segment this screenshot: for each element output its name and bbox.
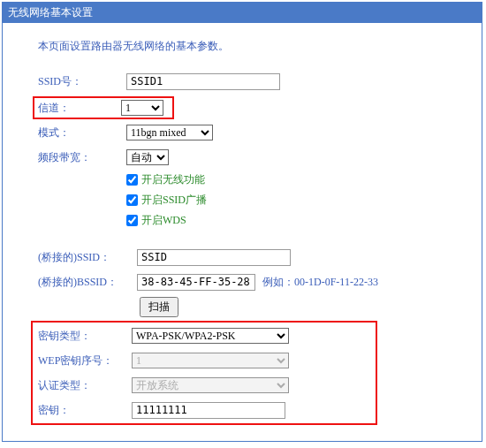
enable-wireless-checkbox[interactable] [126,174,138,186]
enable-ssid-broadcast-label: 开启SSID广播 [141,193,207,208]
channel-highlight: 信道： 1 [33,96,174,119]
authtype-select: 开放系统 [132,377,289,393]
bandwidth-row: 频段带宽： 自动 [38,148,446,167]
mode-label: 模式： [38,125,126,140]
key-input[interactable] [132,402,285,419]
bottom-bar: 保 存 帮 助 www.tplogincn.com [2,444,482,448]
keytype-row: 密钥类型： WPA-PSK/WPA2-PSK [38,326,370,345]
ssid-input[interactable] [126,73,280,90]
bridge-ssid-input[interactable] [137,249,291,266]
settings-panel: 无线网络基本设置 本页面设置路由器无线网络的基本参数。 SSID号： 信道： 1… [2,2,482,442]
bridge-ssid-label: (桥接的)SSID： [38,250,137,265]
title-text: 无线网络基本设置 [8,6,93,19]
title-bar: 无线网络基本设置 [3,3,482,23]
keytype-label: 密钥类型： [38,329,132,344]
channel-select[interactable]: 1 [121,100,163,116]
wepidx-row: WEP密钥序号： 1 [38,351,370,370]
enable-ssid-broadcast-checkbox[interactable] [126,194,138,206]
enable-wireless-row: 开启无线功能 [126,172,446,187]
authtype-label: 认证类型： [38,378,132,393]
enable-wds-row: 开启WDS [126,213,446,228]
intro-text: 本页面设置路由器无线网络的基本参数。 [38,39,446,54]
wepidx-label: WEP密钥序号： [38,353,132,368]
enable-wireless-label: 开启无线功能 [141,172,205,187]
bandwidth-select[interactable]: 自动 [126,149,169,165]
bridge-bssid-input[interactable] [137,274,255,291]
mode-row: 模式： 11bgn mixed [38,123,446,142]
bssid-example-label: 例如： [262,275,294,290]
key-row: 密钥： [38,400,370,420]
ssid-label: SSID号： [38,74,126,89]
scan-button[interactable]: 扫描 [140,297,178,317]
channel-label: 信道： [38,101,121,116]
bridge-bssid-label: (桥接的)BSSID： [38,275,137,290]
authtype-row: 认证类型： 开放系统 [38,376,370,395]
enable-ssid-broadcast-row: 开启SSID广播 [126,193,446,208]
mode-select[interactable]: 11bgn mixed [126,125,213,140]
wepidx-select: 1 [132,353,289,368]
ssid-row: SSID号： [38,72,446,91]
bssid-example-value: 00-1D-0F-11-22-33 [294,276,378,289]
bridge-ssid-row: (桥接的)SSID： [38,247,446,267]
enable-wds-label: 开启WDS [141,213,186,228]
key-label: 密钥： [38,403,132,418]
keytype-select[interactable]: WPA-PSK/WPA2-PSK [132,328,289,344]
scan-row: 扫描 [126,297,446,317]
security-highlight: 密钥类型： WPA-PSK/WPA2-PSK WEP密钥序号： 1 认证类型： … [31,321,377,425]
bandwidth-label: 频段带宽： [38,150,126,165]
bridge-bssid-row: (桥接的)BSSID： 例如： 00-1D-0F-11-22-33 [38,272,446,292]
content-area: 本页面设置路由器无线网络的基本参数。 SSID号： 信道： 1 模式： 11bg… [3,23,482,441]
enable-wds-checkbox[interactable] [126,215,138,226]
